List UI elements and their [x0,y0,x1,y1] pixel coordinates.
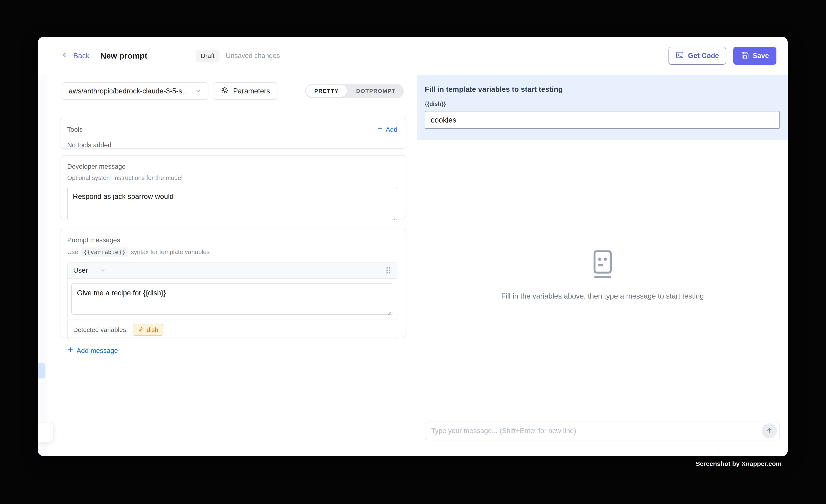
model-selector-value: aws/anthropic/bedrock-claude-3-5-s... [69,87,188,95]
detected-variables-row: Detected variables: dish [68,320,397,340]
gear-icon [221,86,229,96]
subtitle-suffix: syntax for template variables [131,248,210,256]
app-window: Back New prompt Draft Unsaved changes Ge… [38,37,788,456]
back-arrow-icon [62,51,70,61]
tools-card: Tools Add No tools added [60,118,406,149]
plus-icon [67,346,74,355]
chat-empty-text: Fill in the variables above, then type a… [501,292,704,300]
developer-message-subtitle: Optional system instructions for the mod… [67,174,398,181]
save-icon [741,51,749,61]
save-label: Save [753,52,769,60]
add-tool-label: Add [386,126,398,133]
message-body: Give me a recipe for {{dish}} [68,279,397,315]
back-button[interactable]: Back [62,51,90,61]
resize-handle-icon[interactable] [386,308,392,313]
subtitle-prefix: Use [67,248,78,256]
add-tool-button[interactable]: Add [377,126,398,133]
prompt-editor-pane: aws/anthropic/bedrock-claude-3-5-s... Pa… [47,75,417,456]
robot-face-icon [591,250,614,280]
tools-card-header: Tools Add [67,126,398,133]
template-variables-title: Fill in template variables to start test… [425,85,780,93]
prompt-messages-title: Prompt messages [67,236,398,244]
editor-toolbar: aws/anthropic/bedrock-claude-3-5-s... Pa… [47,75,417,107]
developer-message-card: Developer message Optional system instru… [60,155,406,218]
arrow-up-icon [766,427,773,435]
message-textarea[interactable]: Give me a recipe for {{dish}} [71,283,393,315]
drag-handle-icon[interactable] [385,266,392,274]
variable-value-input[interactable] [425,111,780,129]
editor-content: Tools Add No tools added Devel [47,107,417,456]
get-code-label: Get Code [688,52,719,60]
left-rail [38,75,47,456]
page-title: New prompt [101,51,148,60]
rail-popover-partial [38,423,54,442]
tools-title: Tools [67,126,82,133]
message-role-row: User [68,262,397,279]
send-button[interactable] [762,423,777,438]
tools-empty-text: No tools added [67,141,398,149]
terminal-icon [675,51,684,61]
parameters-label: Parameters [233,87,270,95]
role-selector[interactable]: User [73,266,106,274]
developer-message-title: Developer message [67,163,398,170]
top-bar-left: Back New prompt Draft Unsaved changes [62,50,280,62]
top-bar-actions: Get Code Save [668,47,776,65]
variable-chip-dish[interactable]: dish [133,324,163,336]
format-toggle: PRETTY DOTPROMPT [305,84,404,98]
edit-pencil-icon [137,326,143,333]
role-label: User [73,266,88,274]
desktop-background: Back New prompt Draft Unsaved changes Ge… [0,0,826,504]
back-label: Back [73,52,90,60]
developer-message-textarea[interactable]: Respond as jack sparrow would [67,187,398,220]
template-variables-panel: Fill in template variables to start test… [417,75,788,140]
status-badge: Draft [196,50,220,62]
top-bar: Back New prompt Draft Unsaved changes Ge… [38,37,788,75]
variable-syntax-chip: {{variable}} [81,248,128,256]
resize-handle-icon[interactable] [390,213,396,218]
chat-message-input[interactable] [431,427,762,435]
message-block: User G [67,262,398,340]
add-message-label: Add message [76,347,118,355]
chevron-down-icon [100,267,106,273]
toggle-dotprompt[interactable]: DOTPROMPT [348,84,404,98]
parameters-button[interactable]: Parameters [214,82,277,100]
message-value: Give me a recipe for {{dish}} [77,289,166,297]
variable-name-label: {{dish}} [425,101,780,107]
main-area: aws/anthropic/bedrock-claude-3-5-s... Pa… [38,75,788,456]
chat-empty-state: Fill in the variables above, then type a… [417,140,788,422]
prompt-messages-subtitle: Use {{variable}} syntax for template var… [67,248,398,256]
model-selector[interactable]: aws/anthropic/bedrock-claude-3-5-s... [62,82,208,100]
unsaved-changes-note: Unsaved changes [226,52,280,60]
add-message-button[interactable]: Add message [67,346,398,355]
detected-variables-label: Detected variables: [73,326,128,333]
chat-input-row [425,422,780,440]
variable-chip-label: dish [146,326,158,333]
plus-icon [377,126,383,133]
toggle-pretty[interactable]: PRETTY [306,85,347,97]
prompt-messages-card: Prompt messages Use {{variable}} syntax … [60,229,406,337]
save-button[interactable]: Save [733,47,776,65]
test-pane: Fill in template variables to start test… [417,75,788,456]
watermark-text: Screenshot by Xnapper.com [696,460,781,467]
get-code-button[interactable]: Get Code [668,47,726,65]
chevron-down-icon [195,88,201,94]
rail-selected-item[interactable] [38,363,46,378]
developer-message-value: Respond as jack sparrow would [73,192,174,200]
